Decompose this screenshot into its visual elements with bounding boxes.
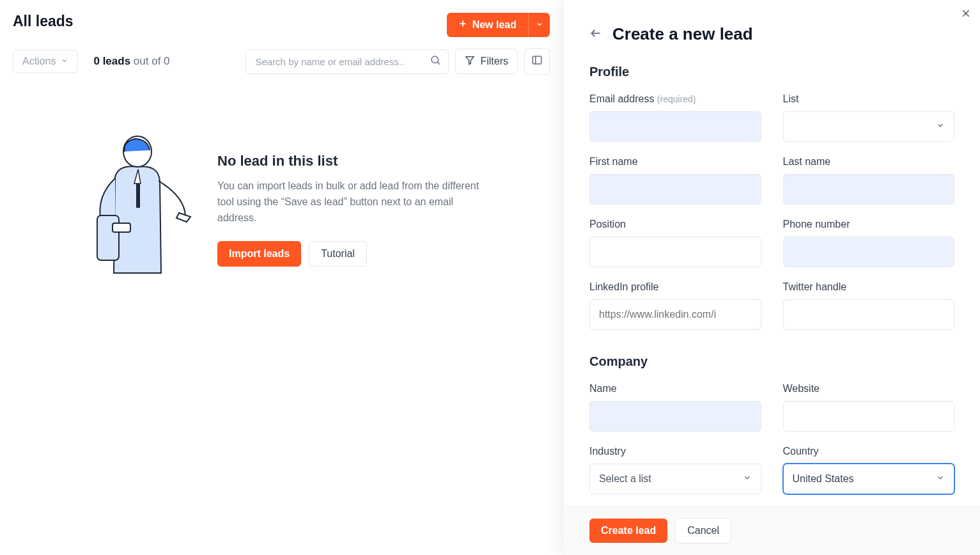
svg-rect-9	[97, 215, 119, 260]
phone-label: Phone number	[783, 219, 955, 230]
panel-title: Create a new lead	[612, 24, 753, 44]
last-name-field-container: Last name	[783, 156, 955, 205]
phone-field[interactable]	[783, 237, 955, 267]
leads-count-rest: out of 0	[130, 55, 169, 67]
industry-label: Industry	[589, 446, 761, 457]
linkedin-field-container: LinkedIn profile	[589, 281, 761, 330]
back-arrow-icon[interactable]	[589, 27, 602, 42]
chevron-down-icon	[61, 56, 68, 67]
first-name-field-container: First name	[589, 156, 761, 205]
actions-label: Actions	[22, 56, 56, 67]
new-lead-dropdown-button[interactable]	[528, 13, 550, 37]
email-field[interactable]	[589, 111, 761, 142]
website-field[interactable]	[783, 401, 955, 432]
list-field-container: List	[783, 93, 955, 142]
create-lead-panel: Create a new lead Profile Email address …	[563, 0, 980, 555]
company-section-title: Company	[589, 354, 954, 369]
chevron-down-icon	[936, 121, 945, 132]
linkedin-label: LinkedIn profile	[589, 281, 761, 293]
website-field-container: Website	[783, 383, 955, 432]
right-controls: Filters	[245, 48, 550, 75]
search-wrap	[245, 49, 449, 74]
main-content: All leads New lead Actions	[0, 0, 563, 555]
phone-field-container: Phone number	[783, 219, 955, 267]
position-field[interactable]	[589, 237, 761, 267]
empty-title: No lead in this list	[217, 153, 486, 169]
new-lead-button[interactable]: New lead	[447, 13, 528, 37]
country-field-container: Country United States	[783, 446, 955, 494]
svg-rect-5	[533, 56, 541, 64]
last-name-label: Last name	[783, 156, 955, 168]
twitter-label: Twitter handle	[783, 281, 955, 293]
search-input[interactable]	[245, 49, 449, 74]
list-select[interactable]	[783, 111, 955, 142]
chevron-down-icon	[536, 20, 543, 30]
search-icon[interactable]	[430, 54, 441, 68]
actions-dropdown-button[interactable]: Actions	[13, 50, 78, 73]
linkedin-field[interactable]	[589, 299, 761, 330]
twitter-field[interactable]	[783, 299, 955, 330]
filters-label: Filters	[480, 56, 508, 67]
profile-form: Email address (required) List First name…	[589, 93, 954, 330]
industry-select-value: Select a list	[599, 473, 651, 485]
panel-footer: Create lead Cancel	[564, 506, 980, 555]
close-icon[interactable]	[961, 8, 971, 20]
company-name-field-container: Name	[589, 383, 761, 432]
svg-marker-4	[466, 57, 474, 65]
toolbar-top: New lead	[447, 13, 550, 37]
import-leads-button[interactable]: Import leads	[217, 241, 301, 267]
chevron-down-icon	[743, 473, 752, 485]
new-lead-label: New lead	[472, 19, 517, 31]
company-name-label: Name	[589, 383, 761, 395]
panel-header: Create a new lead	[589, 24, 954, 44]
first-name-field[interactable]	[589, 174, 761, 205]
position-label: Position	[589, 219, 761, 230]
left-controls: Actions 0 leads out of 0	[13, 50, 170, 73]
company-form: Name Website Industry Select a list Coun…	[589, 383, 954, 494]
website-label: Website	[783, 383, 955, 395]
svg-rect-10	[113, 223, 130, 232]
empty-state: No lead in this list You can import lead…	[13, 132, 550, 279]
svg-rect-8	[136, 184, 140, 208]
country-label: Country	[783, 446, 955, 457]
empty-actions: Import leads Tutorial	[217, 241, 486, 267]
svg-point-2	[432, 56, 439, 63]
tutorial-button[interactable]: Tutorial	[309, 241, 367, 267]
last-name-field[interactable]	[783, 174, 955, 205]
chevron-down-icon	[936, 473, 945, 485]
twitter-field-container: Twitter handle	[783, 281, 955, 330]
leads-count-bold: 0 leads	[93, 55, 130, 67]
empty-copy: No lead in this list You can import lead…	[217, 132, 486, 267]
first-name-label: First name	[589, 156, 761, 168]
country-select[interactable]: United States	[783, 464, 955, 494]
email-label: Email address (required)	[589, 93, 761, 105]
industry-field-container: Industry Select a list	[589, 446, 761, 494]
profile-section-title: Profile	[589, 65, 954, 79]
email-field-container: Email address (required)	[589, 93, 761, 142]
empty-illustration	[77, 132, 192, 279]
company-name-field[interactable]	[589, 401, 761, 432]
empty-text: You can import leads in bulk or add lead…	[217, 178, 486, 226]
create-lead-button[interactable]: Create lead	[589, 519, 667, 543]
plus-icon	[458, 19, 467, 31]
industry-select[interactable]: Select a list	[589, 464, 761, 494]
filters-button[interactable]: Filters	[455, 49, 518, 74]
svg-line-3	[438, 62, 440, 64]
position-field-container: Position	[589, 219, 761, 267]
leads-count: 0 leads out of 0	[93, 55, 169, 68]
list-label: List	[783, 93, 955, 105]
cancel-button[interactable]: Cancel	[675, 518, 731, 543]
controls-row: Actions 0 leads out of 0 Filters	[13, 48, 550, 75]
country-select-value: United States	[793, 473, 854, 485]
columns-button[interactable]	[524, 48, 550, 75]
panel-scroll[interactable]: Create a new lead Profile Email address …	[564, 0, 980, 506]
filter-icon	[465, 55, 475, 68]
columns-icon	[531, 54, 543, 68]
new-lead-button-group: New lead	[447, 13, 550, 37]
